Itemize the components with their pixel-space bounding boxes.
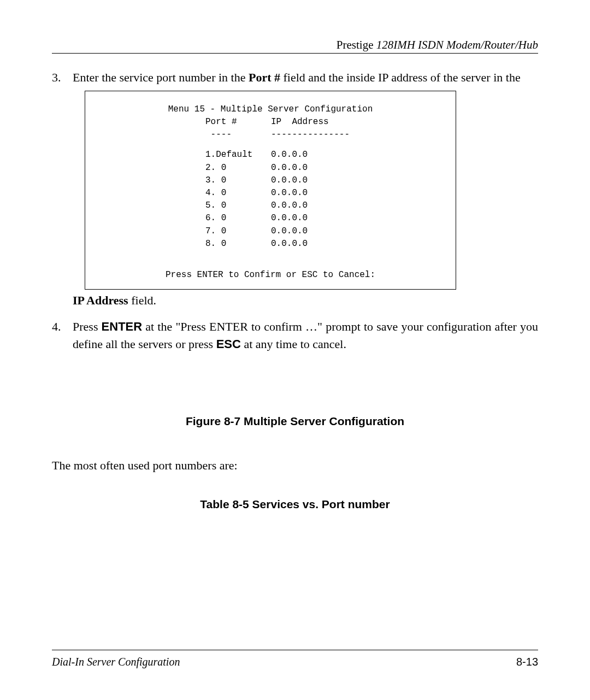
footer-section-title: Dial-In Server Configuration: [52, 656, 180, 668]
page-header: Prestige 128IMH ISDN Modem/Router/Hub: [52, 38, 538, 54]
header-model: 128IMH ISDN Modem/Router/Hub: [376, 38, 538, 51]
step-4-enter: ENTER: [102, 320, 143, 333]
terminal-dash-ip: ---------------: [271, 128, 350, 141]
terminal-headers: Port # IP Address: [96, 116, 445, 128]
step-3-ipaddress-label: IP Address: [73, 293, 128, 307]
page-footer: Dial-In Server Configuration 8-13: [52, 650, 538, 668]
terminal-title: Menu 15 - Multiple Server Configuration: [96, 103, 445, 116]
terminal-row: 4. 00.0.0.0: [96, 187, 445, 199]
footer-divider: [52, 650, 538, 650]
terminal-rows: 1.Default0.0.0.0 2. 00.0.0.0 3. 00.0.0.0…: [96, 149, 445, 250]
step-4-esc: ESC: [216, 337, 241, 351]
terminal-screen: Menu 15 - Multiple Server Configuration …: [85, 91, 456, 290]
step-4-text: Press ENTER at the "Press ENTER to confi…: [73, 318, 538, 353]
step-3-tail: field.: [128, 293, 156, 307]
terminal-footer: Press ENTER to Confirm or ESC to Cancel:: [96, 269, 445, 281]
step-4-a: Press: [73, 320, 102, 333]
terminal-row: 6. 00.0.0.0: [96, 212, 445, 225]
step-3-pre: Enter the service port number in the: [73, 70, 249, 84]
page: Prestige 128IMH ISDN Modem/Router/Hub 3.…: [0, 0, 590, 700]
step-3-port-label: Port #: [249, 70, 280, 84]
step-4: 4. Press ENTER at the "Press ENTER to co…: [52, 318, 538, 353]
terminal-row: 7. 00.0.0.0: [96, 225, 445, 238]
terminal-dashes: ---- ---------------: [96, 128, 445, 141]
step-3: 3. Enter the service port number in the …: [52, 69, 538, 86]
terminal-row: 1.Default0.0.0.0: [96, 149, 445, 161]
terminal-row: 3. 00.0.0.0: [96, 174, 445, 187]
header-divider: [52, 53, 538, 54]
step-3-text: Enter the service port number in the Por…: [73, 69, 538, 86]
terminal-header-ip: IP Address: [271, 116, 329, 128]
step-4-number: 4.: [52, 318, 73, 336]
terminal-header-port: Port #: [96, 116, 271, 128]
footer-row: Dial-In Server Configuration 8-13: [52, 656, 538, 668]
footer-page-number: 8-13: [516, 656, 538, 668]
figure-caption: Figure 8-7 Multiple Server Configuration: [52, 413, 538, 430]
header-title: Prestige 128IMH ISDN Modem/Router/Hub: [52, 38, 538, 53]
terminal-row: 2. 00.0.0.0: [96, 162, 445, 174]
terminal-row: 8. 00.0.0.0: [96, 238, 445, 250]
step-3-mid: field and the inside IP address of the s…: [280, 70, 521, 84]
body: 3. Enter the service port number in the …: [52, 69, 538, 513]
step-3-number: 3.: [52, 69, 73, 86]
terminal-row: 5. 00.0.0.0: [96, 199, 445, 212]
paragraph-port-numbers: The most often used port numbers are:: [52, 457, 538, 474]
table-caption: Table 8-5 Services vs. Port number: [52, 496, 538, 513]
step-4-c: at any time to cancel.: [241, 337, 346, 351]
step-3-continuation: IP Address field.: [73, 292, 538, 309]
terminal-dash-port: ----: [96, 128, 271, 141]
header-product: Prestige: [337, 38, 374, 51]
